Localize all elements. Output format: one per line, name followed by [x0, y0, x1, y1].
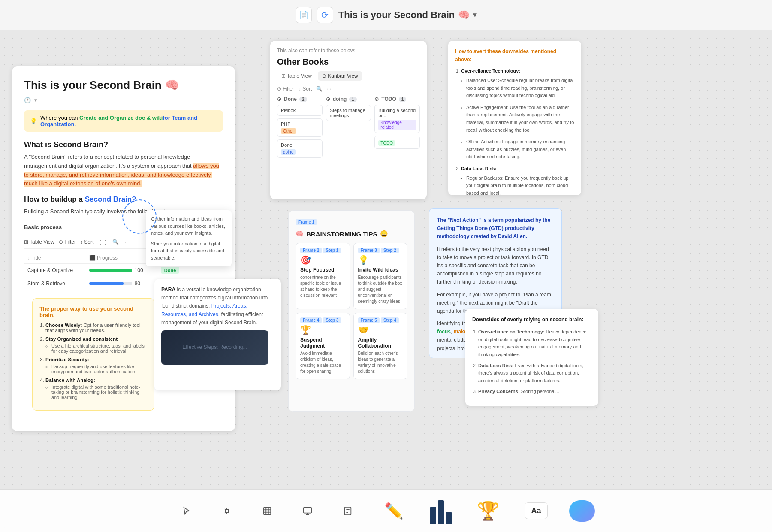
title-emoji: 🧠: [458, 9, 470, 21]
kanban-col-done: ⊙ Done 2 PMbok PHP Other Done doing: [277, 96, 323, 160]
what-heading: What is Second Brain?: [24, 140, 223, 149]
pen-tool[interactable]: [217, 502, 236, 520]
header-chevron-icon[interactable]: ▾: [473, 11, 476, 19]
cell-title-1: Capture & Organize: [24, 263, 86, 277]
list-item: Choose Wisely: Opt for a user-friendly t…: [45, 323, 147, 333]
title-text: This is your Second Brain: [338, 9, 455, 21]
list-item: Stay Organized and consistent Use a hier…: [45, 336, 147, 354]
group-btn[interactable]: ⋮⋮: [98, 239, 108, 245]
highlight-text: Where you can Create and Organize doc & …: [40, 115, 217, 127]
bulb-icon: 💡: [30, 118, 37, 124]
dropdown-icon[interactable]: ▾: [34, 97, 37, 103]
kanban-title: Other Books: [277, 57, 420, 67]
pen-icon[interactable]: [217, 502, 236, 520]
list-item: Over-reliance Technology: Balanced Use: …: [461, 67, 574, 161]
brainstorm-step-1: Frame 2 Step 1 🎯 Stop Focused concentrat…: [296, 243, 350, 309]
sort-kanban[interactable]: ↕ Sort: [299, 86, 312, 92]
doc-title-emoji: 🧠: [165, 79, 179, 92]
kanban-subtitle: This also can refer to those below:: [277, 48, 420, 54]
search-kanban[interactable]: 🔍: [316, 86, 323, 92]
brainstorm-grid: Frame 2 Step 1 🎯 Stop Focused concentrat…: [296, 243, 407, 379]
cell-progress-2: 80: [86, 277, 157, 290]
tooltip-card: Gather information and ideas from variou…: [146, 210, 232, 266]
brainstorm-icon: 🧠: [296, 230, 304, 238]
right-top-title: How to avert these downsides mentioned a…: [455, 48, 574, 64]
tooltip-text-1: Gather information and ideas from variou…: [151, 215, 226, 237]
doc-icon[interactable]: 📄: [296, 7, 312, 23]
kanban-card: This also can refer to those below: Othe…: [270, 41, 427, 200]
more-btn[interactable]: ···: [123, 239, 127, 245]
canvas: This is your Second Brain 🧠 🕐 ▾ 💡 Where …: [0, 30, 772, 532]
yellow-card-title: The proper way to use your second brain.: [39, 305, 147, 318]
toolbar-items: ✏️ 🏆 Aa: [177, 496, 594, 526]
kanban-item: Done doing: [277, 139, 323, 158]
flow-icon[interactable]: ⟳: [317, 7, 333, 23]
doc-icon[interactable]: [338, 502, 357, 520]
what-para: A "Second Brain" refers to a concept rel…: [24, 153, 223, 188]
how-heading: How to buildup a Second Brain?: [24, 195, 223, 204]
highlight-for: for: [163, 115, 172, 121]
tab-table-view[interactable]: ⊞ Table View: [277, 71, 316, 81]
sort-btn[interactable]: ↕ Sort: [80, 239, 93, 245]
tooltip-text-2: Store your information in a digital form…: [151, 240, 226, 262]
list-item: Balance with Analog: Integrate digital w…: [45, 378, 147, 400]
list-item: Privacy Concerns: Storing personal...: [478, 388, 591, 396]
sticker-pencil[interactable]: ✏️: [379, 496, 409, 526]
svg-point-0: [226, 509, 229, 512]
list-item: Data Loss Risk: Even with advanced digit…: [478, 362, 591, 385]
present-icon[interactable]: [298, 502, 317, 520]
col-title: ↕ Title: [24, 252, 86, 264]
frame-icon[interactable]: [258, 502, 277, 520]
frame-label-1: Frame 1: [296, 219, 317, 225]
list-item: Integrate digital with some traditional …: [51, 384, 147, 400]
downsides-card: Downsides of overly relying on second br…: [465, 309, 598, 406]
cursor-icon[interactable]: [177, 502, 196, 520]
kanban-columns: ⊙ Done 2 PMbok PHP Other Done doing ⊙ do…: [277, 96, 420, 160]
brainstorm-step-2: Frame 3 Step 2 💡 Invite Wild Ideas Encou…: [353, 243, 408, 309]
doc-title-text: This is your Second Brain: [24, 79, 162, 92]
list-item: Prioritize Security: Backup frequently a…: [45, 357, 147, 374]
table-view-icon[interactable]: ⊞ Table View: [24, 239, 54, 245]
list-item: Use a hierarchical structure, tags, and …: [51, 343, 147, 354]
clock-icon: 🕐: [24, 97, 31, 103]
list-item: Backup frequently and use features like …: [51, 364, 147, 374]
tooltip-circle: [122, 200, 157, 234]
frame-tool[interactable]: [258, 502, 277, 520]
brainstorm-step-3: Frame 4 Step 3 🏆 Suspend Judgment Avoid …: [296, 313, 350, 379]
kanban-col-todo: ⊙ TODO 1 Building a second br... Knowled…: [374, 96, 420, 160]
kanban-item: TODO: [374, 136, 420, 149]
filter-kanban[interactable]: ⊙ Filter: [277, 86, 294, 92]
gtd-title: The "Next Action" is a term popularized …: [437, 216, 554, 241]
cursor-tool[interactable]: [177, 502, 196, 520]
gtd-body1: It refers to the very next physical acti…: [437, 245, 554, 287]
doc-title: This is your Second Brain 🧠: [24, 79, 223, 92]
kanban-tabs: ⊞ Table View ⊙ Kanban View: [277, 71, 420, 81]
sticker-chart[interactable]: [430, 498, 452, 524]
brainstorm-card: Frame 1 🧠 BRAINSTORMING TIPS 😄 Frame 2 S…: [288, 210, 415, 412]
search-btn[interactable]: 🔍: [112, 239, 119, 245]
yellow-tip-card: The proper way to use your second brain.…: [32, 298, 154, 411]
brainstorm-step-4: Frame 5 Step 4 🤝 Amplify Collaboration B…: [353, 313, 408, 379]
list-item: Data Loss Risk: Regular Backups: Ensure …: [461, 165, 574, 195]
para-card: PARA is a versatile knowledge organizati…: [154, 279, 281, 390]
kanban-item: PMbok: [277, 105, 323, 116]
brainstorm-emoji: 😄: [380, 230, 388, 238]
header-title: This is your Second Brain 🧠 ▾: [338, 9, 476, 21]
brainstorm-title: 🧠 BRAINSTORMING TIPS 😄: [296, 230, 407, 238]
para-text: PARA is a versatile knowledge organizati…: [161, 286, 274, 327]
header: 📄 ⟳ This is your Second Brain 🧠 ▾: [0, 0, 772, 30]
font-selector[interactable]: Aa: [525, 502, 547, 519]
sticker-trophy[interactable]: 🏆: [473, 496, 503, 526]
kanban-item: Building a second br... Knowledge relate…: [374, 105, 420, 133]
present-tool[interactable]: [298, 502, 317, 520]
kanban-col-doing: ⊙ doing 1 Steps to manage meetings: [326, 96, 371, 160]
svg-rect-1: [264, 507, 271, 514]
kanban-item: PHP Other: [277, 118, 323, 137]
color-gradient[interactable]: [569, 500, 595, 522]
doc-tool[interactable]: [338, 502, 357, 520]
tab-kanban-view[interactable]: ⊙ Kanban View: [318, 71, 362, 81]
more-kanban[interactable]: ···: [327, 86, 331, 92]
video-thumbnail: Effective Steps: Recording...: [161, 330, 268, 365]
how-text: How to buildup a: [24, 195, 83, 203]
filter-btn[interactable]: ⊙ Filter: [59, 239, 76, 245]
